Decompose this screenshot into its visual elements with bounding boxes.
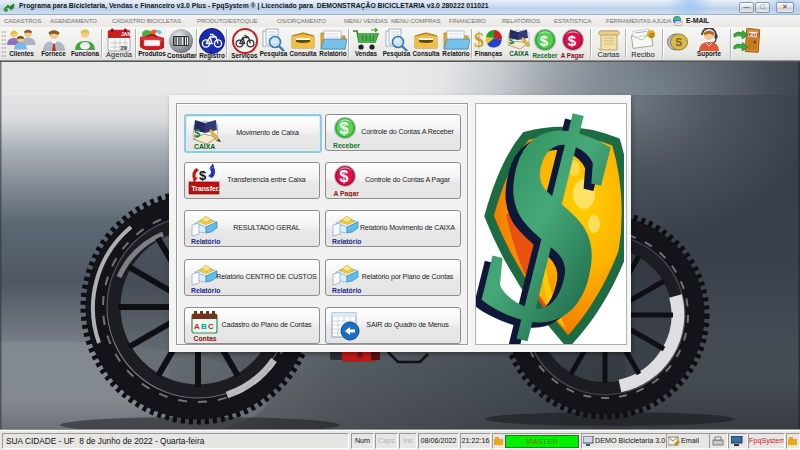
svg-text:A Pagar: A Pagar (334, 190, 360, 198)
svg-text:EXIT: EXIT (749, 32, 760, 38)
svg-text:$: $ (194, 127, 200, 139)
svg-text:@: @ (649, 32, 655, 38)
svg-text:CAIXA: CAIXA (194, 143, 215, 150)
svg-text:B: B (201, 322, 207, 331)
svg-text:Receber: Receber (333, 142, 360, 149)
svg-text:$: $ (476, 104, 624, 345)
svg-text:JAN: JAN (121, 31, 131, 37)
svg-text:$: $ (340, 168, 349, 185)
svg-text:Transfer.: Transfer. (192, 185, 220, 192)
svg-text:$: $ (340, 120, 349, 137)
svg-text:$: $ (474, 29, 484, 51)
svg-text:C: C (208, 322, 214, 331)
svg-text:Contas: Contas (194, 335, 217, 342)
svg-text:A: A (194, 322, 200, 331)
svg-text:S: S (676, 37, 683, 48)
svg-text:$: $ (509, 36, 514, 46)
svg-text:$: $ (199, 168, 207, 183)
